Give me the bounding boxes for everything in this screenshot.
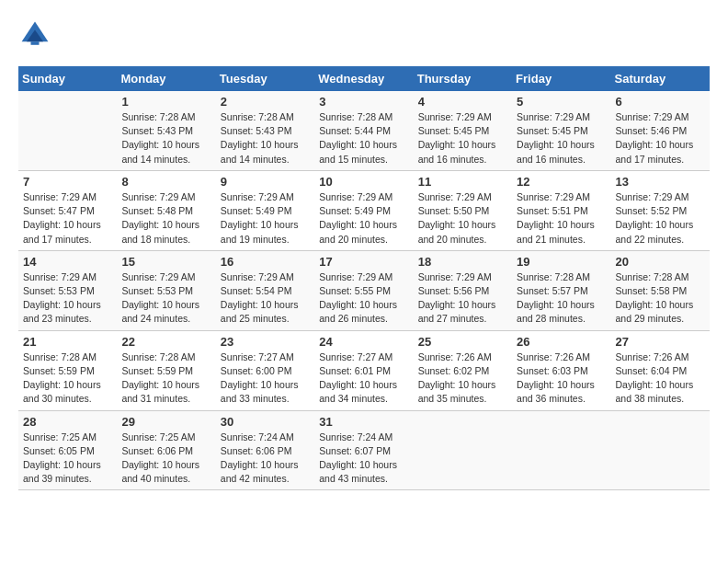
day-number: 25 bbox=[418, 335, 508, 349]
page-header bbox=[18, 18, 710, 52]
day-info: Sunrise: 7:28 AMSunset: 5:57 PMDaylight:… bbox=[517, 270, 607, 327]
day-cell: 22Sunrise: 7:28 AMSunset: 5:59 PMDayligh… bbox=[117, 330, 215, 410]
day-number: 2 bbox=[221, 95, 311, 109]
column-header-friday: Friday bbox=[512, 66, 610, 91]
day-info: Sunrise: 7:29 AMSunset: 5:47 PMDaylight:… bbox=[23, 190, 113, 247]
day-number: 8 bbox=[121, 175, 211, 189]
day-number: 19 bbox=[517, 255, 607, 269]
day-info: Sunrise: 7:29 AMSunset: 5:54 PMDaylight:… bbox=[221, 270, 311, 327]
day-cell: 30Sunrise: 7:24 AMSunset: 6:06 PMDayligh… bbox=[216, 410, 314, 490]
day-cell: 10Sunrise: 7:29 AMSunset: 5:49 PMDayligh… bbox=[314, 170, 413, 250]
day-number: 18 bbox=[418, 255, 508, 269]
day-info: Sunrise: 7:28 AMSunset: 5:59 PMDaylight:… bbox=[23, 350, 113, 407]
calendar-header-row: SundayMondayTuesdayWednesdayThursdayFrid… bbox=[18, 66, 710, 91]
week-row-5: 28Sunrise: 7:25 AMSunset: 6:05 PMDayligh… bbox=[18, 410, 710, 490]
column-header-wednesday: Wednesday bbox=[314, 66, 413, 91]
day-cell: 26Sunrise: 7:26 AMSunset: 6:03 PMDayligh… bbox=[512, 330, 610, 410]
day-number: 14 bbox=[23, 255, 113, 269]
day-cell: 1Sunrise: 7:28 AMSunset: 5:43 PMDaylight… bbox=[117, 91, 215, 170]
day-cell bbox=[18, 91, 117, 170]
day-cell: 18Sunrise: 7:29 AMSunset: 5:56 PMDayligh… bbox=[414, 250, 512, 330]
day-info: Sunrise: 7:28 AMSunset: 5:58 PMDaylight:… bbox=[616, 270, 706, 327]
day-cell: 20Sunrise: 7:28 AMSunset: 5:58 PMDayligh… bbox=[611, 250, 710, 330]
svg-rect-2 bbox=[31, 41, 40, 45]
day-cell: 27Sunrise: 7:26 AMSunset: 6:04 PMDayligh… bbox=[611, 330, 710, 410]
day-cell: 8Sunrise: 7:29 AMSunset: 5:48 PMDaylight… bbox=[117, 170, 215, 250]
day-info: Sunrise: 7:29 AMSunset: 5:53 PMDaylight:… bbox=[121, 270, 211, 327]
week-row-1: 1Sunrise: 7:28 AMSunset: 5:43 PMDaylight… bbox=[18, 91, 710, 170]
week-row-4: 21Sunrise: 7:28 AMSunset: 5:59 PMDayligh… bbox=[18, 330, 710, 410]
day-number: 28 bbox=[23, 415, 113, 429]
day-info: Sunrise: 7:28 AMSunset: 5:44 PMDaylight:… bbox=[319, 110, 409, 167]
day-number: 10 bbox=[319, 175, 409, 189]
day-cell: 23Sunrise: 7:27 AMSunset: 6:00 PMDayligh… bbox=[216, 330, 314, 410]
day-number: 5 bbox=[517, 95, 607, 109]
day-cell bbox=[512, 410, 610, 490]
day-number: 4 bbox=[418, 95, 508, 109]
day-cell: 24Sunrise: 7:27 AMSunset: 6:01 PMDayligh… bbox=[314, 330, 413, 410]
day-cell: 2Sunrise: 7:28 AMSunset: 5:43 PMDaylight… bbox=[216, 91, 314, 170]
column-header-thursday: Thursday bbox=[414, 66, 512, 91]
column-header-sunday: Sunday bbox=[18, 66, 117, 91]
day-cell: 11Sunrise: 7:29 AMSunset: 5:50 PMDayligh… bbox=[414, 170, 512, 250]
day-info: Sunrise: 7:26 AMSunset: 6:04 PMDaylight:… bbox=[616, 350, 706, 407]
day-number: 30 bbox=[221, 415, 311, 429]
day-cell: 4Sunrise: 7:29 AMSunset: 5:45 PMDaylight… bbox=[414, 91, 512, 170]
day-cell: 31Sunrise: 7:24 AMSunset: 6:07 PMDayligh… bbox=[314, 410, 413, 490]
day-info: Sunrise: 7:29 AMSunset: 5:46 PMDaylight:… bbox=[616, 110, 706, 167]
day-info: Sunrise: 7:29 AMSunset: 5:55 PMDaylight:… bbox=[319, 270, 409, 327]
day-info: Sunrise: 7:29 AMSunset: 5:51 PMDaylight:… bbox=[517, 190, 607, 247]
day-info: Sunrise: 7:25 AMSunset: 6:06 PMDaylight:… bbox=[121, 431, 211, 487]
day-info: Sunrise: 7:29 AMSunset: 5:53 PMDaylight:… bbox=[23, 270, 113, 327]
day-info: Sunrise: 7:29 AMSunset: 5:56 PMDaylight:… bbox=[418, 270, 508, 327]
day-cell: 5Sunrise: 7:29 AMSunset: 5:45 PMDaylight… bbox=[512, 91, 610, 170]
day-number: 1 bbox=[121, 95, 211, 109]
day-number: 12 bbox=[517, 175, 607, 189]
day-info: Sunrise: 7:29 AMSunset: 5:52 PMDaylight:… bbox=[616, 190, 706, 247]
day-info: Sunrise: 7:29 AMSunset: 5:45 PMDaylight:… bbox=[517, 110, 607, 167]
day-number: 3 bbox=[319, 95, 409, 109]
logo bbox=[18, 18, 57, 52]
day-number: 22 bbox=[121, 335, 211, 349]
day-info: Sunrise: 7:28 AMSunset: 5:59 PMDaylight:… bbox=[121, 350, 211, 407]
day-info: Sunrise: 7:26 AMSunset: 6:03 PMDaylight:… bbox=[517, 350, 607, 407]
week-row-3: 14Sunrise: 7:29 AMSunset: 5:53 PMDayligh… bbox=[18, 250, 710, 330]
day-number: 27 bbox=[616, 335, 706, 349]
day-cell: 13Sunrise: 7:29 AMSunset: 5:52 PMDayligh… bbox=[611, 170, 710, 250]
day-info: Sunrise: 7:24 AMSunset: 6:07 PMDaylight:… bbox=[319, 431, 409, 487]
column-header-tuesday: Tuesday bbox=[216, 66, 314, 91]
day-number: 16 bbox=[221, 255, 311, 269]
calendar-table: SundayMondayTuesdayWednesdayThursdayFrid… bbox=[18, 66, 710, 490]
day-cell: 17Sunrise: 7:29 AMSunset: 5:55 PMDayligh… bbox=[314, 250, 413, 330]
day-info: Sunrise: 7:28 AMSunset: 5:43 PMDaylight:… bbox=[121, 110, 211, 167]
day-cell: 14Sunrise: 7:29 AMSunset: 5:53 PMDayligh… bbox=[18, 250, 117, 330]
column-header-monday: Monday bbox=[117, 66, 215, 91]
day-cell bbox=[611, 410, 710, 490]
day-cell: 25Sunrise: 7:26 AMSunset: 6:02 PMDayligh… bbox=[414, 330, 512, 410]
day-info: Sunrise: 7:24 AMSunset: 6:06 PMDaylight:… bbox=[221, 431, 311, 487]
day-number: 17 bbox=[319, 255, 409, 269]
day-number: 15 bbox=[121, 255, 211, 269]
day-number: 13 bbox=[616, 175, 706, 189]
day-cell: 6Sunrise: 7:29 AMSunset: 5:46 PMDaylight… bbox=[611, 91, 710, 170]
day-info: Sunrise: 7:29 AMSunset: 5:49 PMDaylight:… bbox=[221, 190, 311, 247]
day-info: Sunrise: 7:27 AMSunset: 6:00 PMDaylight:… bbox=[221, 350, 311, 407]
day-number: 31 bbox=[319, 415, 409, 429]
day-number: 24 bbox=[319, 335, 409, 349]
day-info: Sunrise: 7:29 AMSunset: 5:50 PMDaylight:… bbox=[418, 190, 508, 247]
day-number: 7 bbox=[23, 175, 113, 189]
day-cell: 9Sunrise: 7:29 AMSunset: 5:49 PMDaylight… bbox=[216, 170, 314, 250]
day-info: Sunrise: 7:27 AMSunset: 6:01 PMDaylight:… bbox=[319, 350, 409, 407]
day-number: 6 bbox=[616, 95, 706, 109]
day-info: Sunrise: 7:29 AMSunset: 5:48 PMDaylight:… bbox=[121, 190, 211, 247]
day-cell bbox=[414, 410, 512, 490]
day-cell: 28Sunrise: 7:25 AMSunset: 6:05 PMDayligh… bbox=[18, 410, 117, 490]
column-header-saturday: Saturday bbox=[611, 66, 710, 91]
day-number: 20 bbox=[616, 255, 706, 269]
day-number: 23 bbox=[221, 335, 311, 349]
day-cell: 16Sunrise: 7:29 AMSunset: 5:54 PMDayligh… bbox=[216, 250, 314, 330]
day-cell: 12Sunrise: 7:29 AMSunset: 5:51 PMDayligh… bbox=[512, 170, 610, 250]
day-info: Sunrise: 7:29 AMSunset: 5:49 PMDaylight:… bbox=[319, 190, 409, 247]
day-cell: 29Sunrise: 7:25 AMSunset: 6:06 PMDayligh… bbox=[117, 410, 215, 490]
day-info: Sunrise: 7:28 AMSunset: 5:43 PMDaylight:… bbox=[221, 110, 311, 167]
